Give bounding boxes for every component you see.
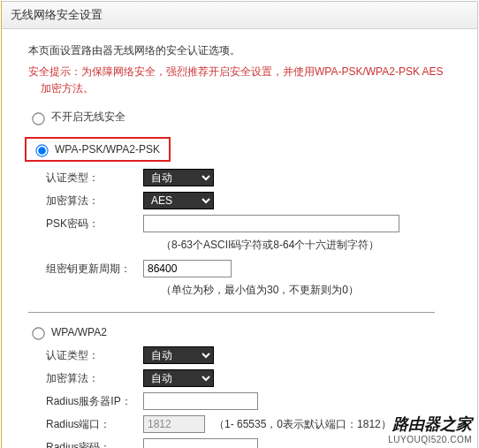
radius-port-label: Radius端口： xyxy=(46,417,143,432)
auth-label: 认证类型： xyxy=(46,171,143,186)
enc-label: 加密算法： xyxy=(46,194,143,209)
wpapsk-highlight: WPA-PSK/WPA2-PSK xyxy=(25,137,171,162)
wpa-enc-select[interactable]: 自动 xyxy=(143,369,214,387)
psk-enc-select[interactable]: AES xyxy=(143,192,214,209)
radius-pwd-label: Radius密码： xyxy=(46,440,143,448)
psk-rekey-input[interactable] xyxy=(143,260,232,277)
radius-ip-label: Radius服务器IP： xyxy=(46,394,143,409)
option-wpapsk[interactable]: WPA-PSK/WPA2-PSK xyxy=(28,137,460,162)
radius-pwd-input[interactable] xyxy=(143,438,258,448)
radius-ip-input[interactable] xyxy=(143,392,258,410)
intro-text: 本页面设置路由器无线网络的安全认证选项。 xyxy=(28,43,460,58)
psk-password-input[interactable] xyxy=(143,215,399,232)
panel-title: 无线网络安全设置 xyxy=(2,2,477,29)
wpa-auth-label: 认证类型： xyxy=(46,348,143,363)
warning-line2: 加密方法。 xyxy=(41,82,94,95)
panel-body: 本页面设置路由器无线网络的安全认证选项。 安全提示：为保障网络安全，强烈推荐开启… xyxy=(2,29,477,448)
radius-port-hint: （1- 65535，0表示默认端口：1812） xyxy=(214,417,392,432)
security-warning: 安全提示：为保障网络安全，强烈推荐开启安全设置，并使用WPA-PSK/WPA2-… xyxy=(28,64,460,97)
radio-wpa[interactable] xyxy=(32,328,44,340)
option-wpa[interactable]: WPA/WPA2 xyxy=(28,325,460,339)
psk-pwd-label: PSK密码： xyxy=(46,216,143,232)
watermark: 路由器之家 LUYOUQI520.COM xyxy=(388,414,472,444)
wpa-enc-label: 加密算法： xyxy=(46,371,143,386)
watermark-url: LUYOUQI520.COM xyxy=(388,435,472,444)
psk-rekey-label: 组密钥更新周期： xyxy=(46,262,143,277)
wpa-label: WPA/WPA2 xyxy=(51,326,107,338)
disable-label: 不开启无线安全 xyxy=(51,110,125,125)
wpapsk-label: WPA-PSK/WPA2-PSK xyxy=(55,143,160,156)
psk-pwd-hint: （8-63个ASCII码字符或8-64个十六进制字符） xyxy=(161,238,460,253)
watermark-title: 路由器之家 xyxy=(388,414,472,435)
wpa-auth-select[interactable]: 自动 xyxy=(143,346,214,364)
radio-disable[interactable] xyxy=(32,112,44,125)
divider xyxy=(28,312,435,313)
radio-wpapsk[interactable] xyxy=(35,145,48,157)
warning-line1: 安全提示：为保障网络安全，强烈推荐开启安全设置，并使用WPA-PSK/WPA2-… xyxy=(28,65,444,78)
option-disable-security[interactable]: 不开启无线安全 xyxy=(28,110,460,125)
wpapsk-form: 认证类型： 自动 加密算法： AES PSK密码： （8-63个ASCII码字符… xyxy=(46,169,460,298)
psk-rekey-hint: （单位为秒，最小值为30，不更新则为0） xyxy=(161,283,460,298)
wireless-security-panel: 无线网络安全设置 本页面设置路由器无线网络的安全认证选项。 安全提示：为保障网络… xyxy=(1,1,478,448)
radius-port-input[interactable] xyxy=(143,415,205,433)
psk-auth-select[interactable]: 自动 xyxy=(143,169,214,186)
